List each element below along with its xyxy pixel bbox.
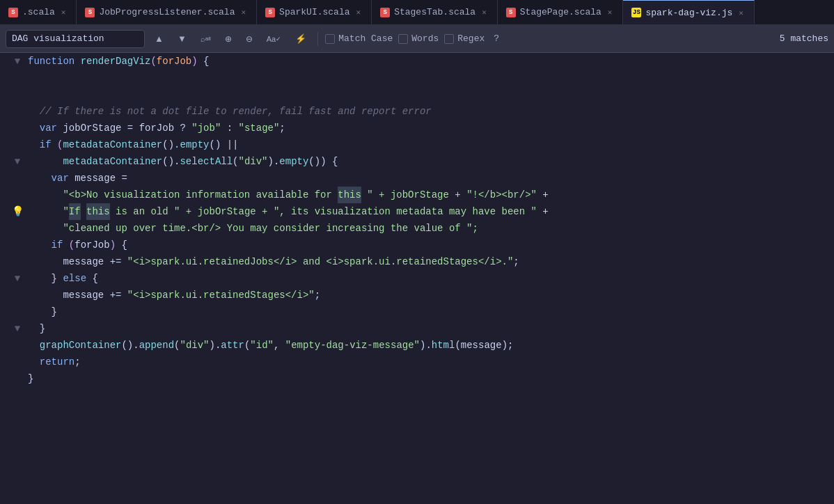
match-count: 5 matches (780, 33, 828, 44)
code-area: ▼ function renderDagViz(forJob) { // If … (0, 53, 834, 504)
tab-stagestab[interactable]: S StagesTab.scala ✕ (372, 0, 498, 25)
tab-close-stagepage[interactable]: ✕ (606, 7, 615, 17)
tab-label-sparkdagviz: spark-dag-viz.js (645, 8, 732, 18)
search-input-wrap (6, 30, 145, 48)
regex-checkbox[interactable] (444, 34, 454, 44)
tab-close-sparkui[interactable]: ✕ (354, 7, 363, 17)
tab-label-sparkui: SparkUI.scala (279, 7, 349, 17)
code-line-close-fn: } (7, 370, 834, 387)
scala-icon-3: S (265, 8, 275, 17)
tab-close-sparkdagviz[interactable]: ✕ (737, 8, 746, 18)
fold-icon-4[interactable]: ▼ (7, 320, 28, 337)
divider-1 (317, 32, 318, 46)
code-line-comment: // If there is not a dot file to render,… (7, 103, 834, 120)
collapse-button[interactable]: ⊖ (242, 30, 257, 48)
code-lines[interactable]: ▼ function renderDagViz(forJob) { // If … (0, 53, 834, 504)
tab-close-stagestab[interactable]: ✕ (480, 7, 489, 17)
tab-sparkdagviz[interactable]: JS spark-dag-viz.js ✕ (623, 0, 754, 25)
js-icon: JS (631, 8, 641, 17)
tab-bar: S .scala ✕ S JobProgressListener.scala ✕… (0, 0, 834, 25)
code-line-joborstage: var jobOrStage = forJob ? "job" : "stage… (7, 120, 834, 136)
tab-close-jobprogress[interactable]: ✕ (239, 7, 248, 17)
code-line-blank1 (7, 70, 834, 86)
regex-label: Regex (457, 33, 485, 44)
prev-match-button[interactable]: ▲ (150, 30, 168, 48)
code-line-else: ▼ } else { (7, 270, 834, 287)
regex-option[interactable]: Regex (444, 33, 485, 44)
search-bar: ▲ ▼ ⌕all ⊕ ⊖ Aa✓ ⚡ Match Case Words Rege… (0, 25, 834, 53)
next-match-button[interactable]: ▼ (173, 30, 191, 48)
match-case-option[interactable]: Match Case (325, 33, 393, 44)
scala-icon: S (8, 8, 18, 17)
match-case-label: Match Case (338, 33, 393, 44)
code-line-close-else: } (7, 304, 834, 320)
help-button[interactable]: ? (490, 32, 503, 45)
tab-label-jobprogress: JobProgressListener.scala (99, 7, 235, 17)
tab-scala1[interactable]: S .scala ✕ (0, 0, 77, 25)
tab-label: .scala (22, 7, 55, 17)
bulb-icon: 💡 (12, 206, 24, 217)
preserve-case-button[interactable]: Aa✓ (262, 30, 285, 48)
filter-button[interactable]: ⚡ (291, 30, 310, 48)
words-label: Words (411, 33, 439, 44)
code-line-close-if: ▼ } (7, 320, 834, 337)
scala-icon-2: S (85, 8, 95, 17)
code-line-str3: "cleaned up over time.<br/> You may cons… (7, 220, 834, 237)
find-all-button[interactable]: ⌕all (196, 30, 215, 48)
code-line-str2: 💡 "If this is an old " + jobOrStage + ",… (7, 203, 834, 220)
search-input[interactable] (12, 33, 116, 44)
code-line-blank2 (7, 86, 834, 103)
fold-icon-2[interactable]: ▼ (7, 153, 28, 170)
code-line-if1: if (metadataContainer().empty() || (7, 136, 834, 153)
expand-button[interactable]: ⊕ (221, 30, 236, 48)
tab-sparkui[interactable]: S SparkUI.scala ✕ (257, 0, 372, 25)
code-line-return: return; (7, 354, 834, 370)
words-option[interactable]: Words (398, 33, 439, 44)
code-line-graphcontainer: graphContainer().append("div").attr("id"… (7, 337, 834, 354)
scala-icon-5: S (506, 8, 516, 17)
match-case-checkbox[interactable] (325, 34, 335, 44)
tab-label-stagepage: StagePage.scala (520, 7, 601, 17)
tab-stagepage[interactable]: S StagePage.scala ✕ (498, 0, 624, 25)
words-checkbox[interactable] (398, 34, 408, 44)
code-line-str1: "<b>No visualization information availab… (7, 187, 834, 203)
tab-close-scala1[interactable]: ✕ (59, 7, 68, 17)
tab-jobprogress[interactable]: S JobProgressListener.scala ✕ (77, 0, 257, 25)
fold-icon-3[interactable]: ▼ (7, 270, 28, 287)
fold-icon-1[interactable]: ▼ (7, 53, 28, 70)
code-line-if-forjob: if (forJob) { (7, 237, 834, 253)
scala-icon-4: S (380, 8, 390, 17)
code-line-1: ▼ function renderDagViz(forJob) { (7, 53, 834, 70)
tab-label-stagestab: StagesTab.scala (394, 7, 475, 17)
code-line-msg1: message += "<i>spark.ui.retainedJobs</i>… (7, 253, 834, 270)
code-line-if2: ▼ metadataContainer().selectAll("div").e… (7, 153, 834, 170)
code-line-msg2: message += "<i>spark.ui.retainedStages</… (7, 287, 834, 304)
code-line-message-decl: var message = (7, 170, 834, 187)
